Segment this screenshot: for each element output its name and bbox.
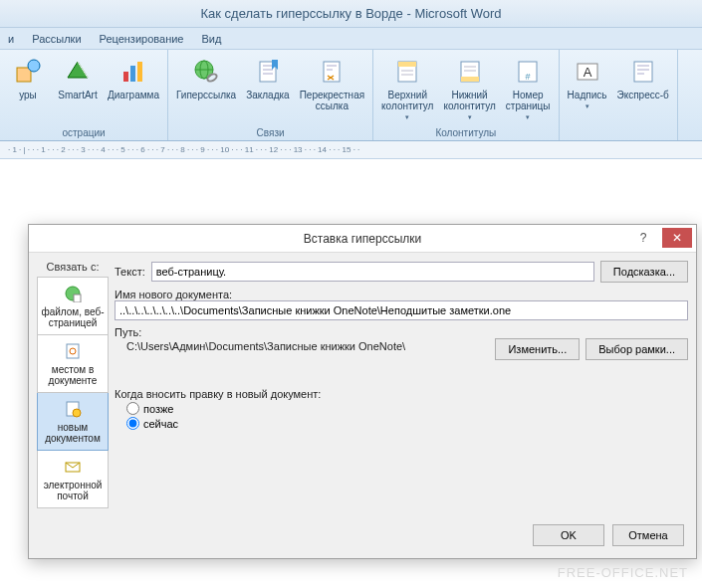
- smartart-button[interactable]: SmartArt: [56, 54, 100, 102]
- globe-file-icon: [63, 284, 83, 303]
- dialog-title: Вставка гиперссылки ? ✕: [29, 225, 696, 253]
- tooltip-button[interactable]: Подсказка...: [600, 261, 688, 283]
- newdoc-path-input[interactable]: [115, 300, 688, 320]
- svg-rect-2: [123, 72, 128, 82]
- svg-text:#: #: [526, 72, 531, 82]
- bookmark-button[interactable]: Закладка: [244, 54, 291, 102]
- svg-rect-3: [130, 66, 135, 82]
- shapes-icon: [12, 56, 44, 88]
- cancel-button[interactable]: Отмена: [612, 524, 684, 546]
- ruler[interactable]: · 1 · | · · · 1 · · · 2 · · · 3 · · · 4 …: [0, 141, 702, 159]
- chart-icon: [117, 56, 149, 88]
- path-value: C:\Users\Админ\Documents\Записные книжки…: [115, 338, 489, 354]
- text-label: Текст:: [115, 266, 145, 278]
- linkto-newdoc[interactable]: новым документом: [37, 393, 109, 451]
- svg-rect-18: [634, 62, 652, 82]
- smartart-icon: [62, 56, 94, 88]
- ribbon: уры SmartArt Диаграмма острации Гиперссы…: [0, 50, 702, 141]
- path-label: Путь:: [115, 326, 688, 338]
- chevron-down-icon: ▾: [585, 102, 589, 110]
- group-headers-label: Колонтитулы: [379, 126, 552, 139]
- close-button[interactable]: ✕: [662, 228, 692, 248]
- linkto-place[interactable]: местом в документе: [37, 335, 109, 393]
- svg-rect-20: [74, 294, 81, 302]
- svg-rect-21: [67, 344, 79, 358]
- quickparts-button[interactable]: Экспресс-б: [615, 54, 671, 102]
- group-illustrations-label: острации: [6, 126, 161, 139]
- pagenumber-button[interactable]: #Номер страницы▾: [504, 54, 553, 123]
- header-icon: [391, 56, 423, 88]
- quickparts-icon: [627, 56, 659, 88]
- linkto-email[interactable]: электронной почтой: [37, 451, 109, 508]
- chevron-down-icon: ▾: [526, 113, 530, 121]
- textbox-icon: A: [572, 56, 603, 88]
- textbox-button[interactable]: AНадпись▾: [566, 54, 609, 112]
- ok-button[interactable]: OK: [533, 524, 604, 546]
- svg-rect-11: [398, 62, 416, 67]
- display-text-input[interactable]: [151, 262, 594, 282]
- insert-hyperlink-dialog: Вставка гиперссылки ? ✕ Связать с: файло…: [28, 224, 697, 559]
- radio-now[interactable]: сейчас: [126, 417, 688, 430]
- svg-text:A: A: [583, 65, 591, 80]
- svg-rect-4: [137, 62, 142, 82]
- footer-button[interactable]: Нижний колонтитул▾: [441, 54, 497, 123]
- chevron-down-icon: ▾: [405, 113, 409, 121]
- crossref-button[interactable]: Перекрестная ссылка: [298, 54, 366, 113]
- svg-point-1: [28, 60, 40, 72]
- newdoc-label: Имя нового документа:: [115, 289, 688, 300]
- crossref-icon: [316, 56, 348, 88]
- tab-mailings[interactable]: Рассылки: [32, 28, 81, 49]
- linkto-file-web[interactable]: файлом, веб- страницей: [37, 277, 109, 335]
- tab-review[interactable]: Рецензирование: [100, 28, 184, 49]
- watermark: FREE-OFFICE.NET: [558, 565, 688, 580]
- chart-button[interactable]: Диаграмма: [106, 54, 161, 102]
- header-button[interactable]: Верхний колонтитул▾: [379, 54, 435, 123]
- svg-rect-13: [461, 77, 479, 82]
- help-button[interactable]: ?: [628, 228, 658, 248]
- shapes-button[interactable]: уры: [6, 54, 50, 102]
- chevron-down-icon: ▾: [468, 113, 472, 121]
- pagenumber-icon: #: [512, 56, 544, 88]
- group-links-label: Связи: [174, 126, 366, 139]
- svg-point-24: [73, 409, 81, 417]
- globe-link-icon: [190, 56, 222, 88]
- hyperlink-button[interactable]: Гиперссылка: [174, 54, 238, 102]
- when-edit-label: Когда вносить правку в новый документ:: [115, 388, 688, 400]
- footer-icon: [454, 56, 486, 88]
- newdoc-icon: [63, 399, 83, 419]
- window-title: Как сделать гиперссылку в Ворде - Micros…: [0, 0, 702, 28]
- tab-view[interactable]: Вид: [201, 28, 221, 49]
- frame-button[interactable]: Выбор рамки...: [585, 338, 688, 360]
- radio-later[interactable]: позже: [126, 402, 688, 415]
- link-to-label: Связать с:: [37, 261, 109, 273]
- ribbon-tabs: и Рассылки Рецензирование Вид: [0, 28, 702, 50]
- doc-target-icon: [63, 341, 83, 361]
- svg-rect-0: [17, 68, 31, 82]
- email-icon: [63, 457, 83, 477]
- tab-partial[interactable]: и: [8, 28, 14, 49]
- change-button[interactable]: Изменить...: [495, 338, 580, 360]
- bookmark-icon: [252, 56, 284, 88]
